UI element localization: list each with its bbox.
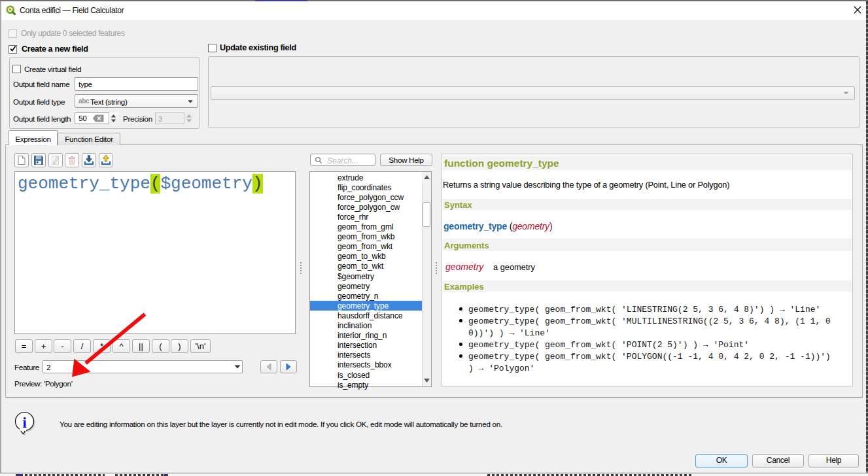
svg-text:i: i [22,414,27,431]
